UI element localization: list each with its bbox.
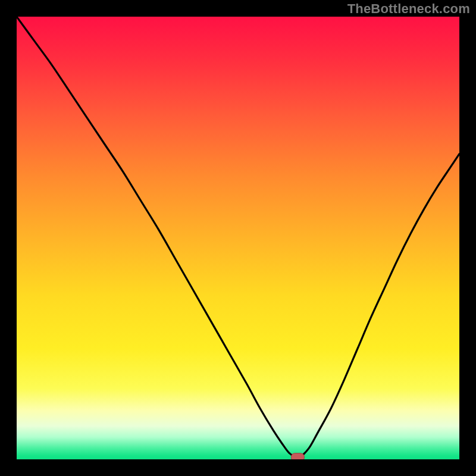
chart-frame: { "watermark": "TheBottleneck.com", "col… xyxy=(0,0,476,476)
bottleneck-chart xyxy=(0,0,476,476)
watermark-text: TheBottleneck.com xyxy=(347,1,470,17)
plot-background xyxy=(17,17,459,459)
optimal-marker xyxy=(291,453,304,461)
